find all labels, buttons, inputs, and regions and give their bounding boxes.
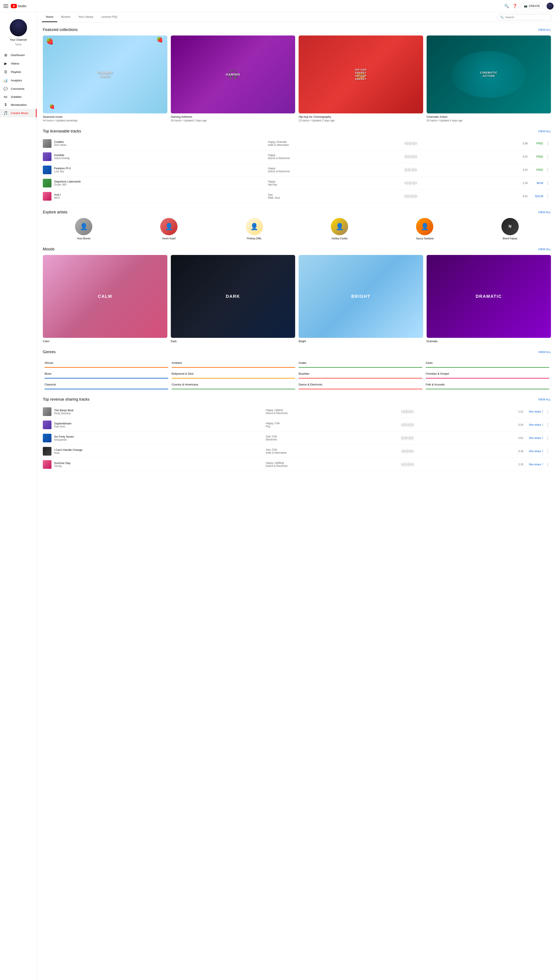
card-meta-hiphop: 23 tracks • Updated 2 days ago: [299, 119, 423, 122]
track-duration: 3:22: [519, 155, 528, 158]
track-more-menu[interactable]: ⋮: [546, 409, 551, 414]
tab-license-faq[interactable]: License FAQ: [97, 12, 121, 22]
sidebar-nav: ⊞ Dashboard ▶ Videos ☰ Playlists 📊 Analy…: [0, 49, 37, 119]
artist-card-ashley[interactable]: 👤 Ashley Cooke: [299, 218, 380, 240]
rev-share-button[interactable]: Rev-share ⤴: [526, 463, 543, 466]
sidebar-item-dashboard[interactable]: ⊞ Dashboard: [0, 51, 37, 59]
track-price: $9.99: [530, 181, 543, 185]
track-waveform[interactable]: [303, 448, 512, 454]
genre-item-ambient[interactable]: Ambient: [172, 359, 295, 368]
featured-card-seasonal[interactable]: 🍓 🍓 🍓 SUMMERVIBES Seasonal music 44 trac…: [43, 36, 167, 122]
search-icon: 🔍: [500, 16, 503, 19]
track-waveform[interactable]: [305, 167, 516, 173]
track-info-cradles: Cradles Sub Urban: [54, 140, 265, 147]
track-duration: 3:38: [519, 142, 528, 145]
genre-item-dance[interactable]: Dance & Electronic: [299, 380, 422, 389]
search-input[interactable]: [505, 16, 549, 19]
track-more-menu[interactable]: ⋮: [546, 194, 551, 199]
genres-view-all[interactable]: VIEW ALL: [538, 350, 551, 354]
rev-share-button[interactable]: Rev-share ⤴: [526, 410, 543, 413]
track-waveform[interactable]: [303, 461, 512, 468]
search-button[interactable]: 🔍: [504, 4, 509, 8]
genres-header: Genres VIEW ALL: [43, 350, 551, 354]
share-icon: ⤴: [542, 436, 543, 439]
track-waveform[interactable]: [303, 408, 512, 415]
featured-card-gaming[interactable]: 🎧 GAMING Gaming Anthems 26 tracks • Upda…: [171, 36, 295, 122]
track-thumb-fearless: [43, 166, 52, 174]
genre-item-country[interactable]: Country & Americana: [172, 380, 295, 389]
moods-view-all[interactable]: VIEW ALL: [538, 248, 551, 251]
sidebar-item-subtitles[interactable]: CC Subtitles: [0, 93, 37, 101]
sidebar-avatar[interactable]: [10, 19, 27, 36]
create-button[interactable]: 📷 CREATE: [521, 3, 543, 9]
track-more-menu[interactable]: ⋮: [546, 423, 551, 427]
track-waveform[interactable]: [305, 140, 516, 147]
rev-share-button[interactable]: Rev-share ⤴: [526, 450, 543, 453]
user-avatar[interactable]: [547, 3, 554, 10]
rev-share-button[interactable]: Rev-share ⤴: [526, 436, 543, 439]
genre-item-classical[interactable]: Classical: [44, 380, 168, 389]
revenue-track-row: I Can't Handle Change Roar Sad, Chill In…: [43, 445, 551, 458]
artist-avatar-brent: N: [502, 218, 519, 235]
sidebar-item-analytics[interactable]: 📊 Analytics: [0, 76, 37, 85]
sidebar-item-monetization[interactable]: $ Monetization: [0, 101, 37, 109]
track-more-menu[interactable]: ⋮: [546, 449, 551, 454]
artist-card-fireboy[interactable]: 👤 Fireboy DML: [213, 218, 295, 240]
analytics-icon: 📊: [3, 78, 8, 82]
featured-card-hiphop[interactable]: 📻 HIP-HOPENERGYHIP-HOPENERGY Hip-hop for…: [299, 36, 423, 122]
rev-share-button[interactable]: Rev-share ⤴: [526, 423, 543, 426]
top-tracks-view-all[interactable]: VIEW ALL: [538, 130, 551, 133]
artists-view-all[interactable]: VIEW ALL: [538, 211, 551, 214]
track-info-fearless: Fearless Pt II Lost Sky: [54, 167, 265, 173]
genre-item-african[interactable]: African: [44, 359, 168, 368]
featured-header: Featured collections VIEW ALL: [43, 28, 551, 32]
track-duration: 3:18: [515, 450, 523, 453]
mood-card-bright[interactable]: BRIGHT Bright: [299, 255, 423, 343]
track-waveform[interactable]: [305, 180, 516, 186]
mood-card-calm[interactable]: CALM Calm: [43, 255, 167, 343]
featured-label-hiphop: HIP-HOPENERGYHIP-HOPENERGY: [355, 68, 366, 80]
yt-studio-logo[interactable]: Studio: [11, 4, 26, 8]
tab-your-library[interactable]: Your Library: [74, 12, 97, 22]
track-more-menu[interactable]: ⋮: [546, 154, 551, 159]
sidebar-item-comments[interactable]: 💬 Comments: [0, 85, 37, 93]
sidebar-item-playlists[interactable]: ☰ Playlists: [0, 68, 37, 76]
track-info-seguimos: Seguimos Laborando Grupo 360: [54, 180, 265, 186]
revenue-view-all[interactable]: VIEW ALL: [538, 398, 551, 401]
tab-browse[interactable]: Browse: [57, 12, 74, 22]
menu-button[interactable]: [3, 4, 8, 8]
genre-item-brazilian[interactable]: Brazilian: [299, 369, 422, 379]
sidebar-item-creator-music[interactable]: 🎵 Creator Music: [0, 109, 37, 117]
artist-card-yoss[interactable]: 👤 Yoss Bones: [43, 218, 125, 240]
genre-item-folk[interactable]: Folk & Acoustic: [426, 380, 549, 389]
track-more-menu[interactable]: ⋮: [546, 141, 551, 146]
track-duration: 2:15: [515, 463, 523, 466]
track-waveform[interactable]: [305, 154, 516, 160]
genre-item-blues[interactable]: Blues: [44, 369, 168, 379]
track-waveform[interactable]: [303, 435, 512, 441]
artist-card-brent[interactable]: N Brent Faiyaz: [469, 218, 551, 240]
track-more-menu[interactable]: ⋮: [546, 436, 551, 441]
track-more-menu[interactable]: ⋮: [546, 168, 551, 172]
track-waveform[interactable]: [303, 421, 512, 428]
track-waveform[interactable]: [305, 193, 516, 199]
genres-title: Genres: [43, 350, 55, 354]
mood-card-dramatic[interactable]: DRAMATIC Dramatic: [427, 255, 551, 343]
genre-item-christian[interactable]: Christian & Gospel: [426, 369, 549, 379]
featured-view-all[interactable]: VIEW ALL: [538, 28, 551, 31]
artist-card-kevin[interactable]: 👤 Kevin Kaarl: [128, 218, 210, 240]
track-more-menu[interactable]: ⋮: [546, 462, 551, 467]
sidebar-item-videos[interactable]: ▶ Videos: [0, 59, 37, 68]
mood-thumb-dark: DARK: [171, 255, 295, 338]
help-button[interactable]: ❓: [513, 4, 517, 8]
genre-item-bollywood[interactable]: Bollywood & Desi: [172, 369, 295, 379]
featured-thumb-seasonal: 🍓 🍓 🍓 SUMMERVIBES: [43, 36, 167, 113]
genre-item-arabic[interactable]: Arabic: [299, 359, 422, 368]
featured-thumb-gaming: 🎧 GAMING: [171, 36, 295, 113]
tab-home[interactable]: Home: [42, 12, 57, 22]
track-more-menu[interactable]: ⋮: [546, 181, 551, 186]
genre-item-asian[interactable]: Asian: [426, 359, 549, 368]
mood-card-dark[interactable]: DARK Dark: [171, 255, 295, 343]
artist-card-saucy[interactable]: 👤 Saucy Santana: [384, 218, 466, 240]
featured-card-cinematic[interactable]: CINEMATICACTION Cinematic Action 20 trac…: [427, 36, 551, 122]
